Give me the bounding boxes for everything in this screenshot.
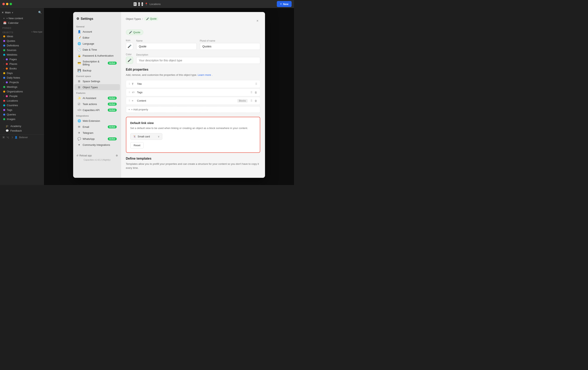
settings-item-space-settings[interactable]: ⊞ Space Settings bbox=[74, 78, 120, 84]
settings-item-email[interactable]: ✉ Email Active bbox=[74, 124, 120, 130]
reload-app-button[interactable]: ↺ Reload app bbox=[76, 154, 92, 157]
username-label: Believer bbox=[19, 136, 28, 139]
sidebar-item-images-label: Images bbox=[7, 118, 15, 120]
dlv-reset-button[interactable]: Reset bbox=[130, 142, 144, 148]
tags-drag-handle-icon[interactable]: ⠿ bbox=[128, 91, 130, 94]
sources-dot-icon bbox=[3, 49, 5, 51]
sidebar-item-definitions[interactable]: Definitions bbox=[1, 43, 43, 48]
object-types-icon: ⊞ bbox=[78, 86, 81, 89]
color-picker-button[interactable]: 🎤 bbox=[126, 57, 133, 64]
sidebar-item-projects[interactable]: › Projects bbox=[1, 80, 43, 85]
sidebar-item-academy[interactable]: 🎓 Academy bbox=[3, 124, 41, 128]
sidebar-item-ideas[interactable]: Ideas bbox=[1, 34, 43, 39]
sidebar-item-countries[interactable]: Countries bbox=[1, 103, 43, 108]
settings-item-community-integrations[interactable]: ✦ Community Integrations bbox=[74, 142, 120, 148]
email-active-badge: Active bbox=[108, 125, 116, 128]
settings-item-language[interactable]: 🌐 Language bbox=[74, 41, 120, 47]
pages-chevron-icon: › bbox=[3, 58, 4, 60]
settings-item-password[interactable]: 🔒 Password & Authentication bbox=[74, 53, 120, 59]
settings-item-editor[interactable]: 📝 Editor bbox=[74, 35, 120, 41]
tags-delete-btn[interactable]: 🗑 bbox=[254, 90, 258, 94]
content-drag-btn[interactable]: ⠿ bbox=[250, 99, 253, 103]
sidebar-item-definitions-label: Definitions bbox=[7, 44, 19, 47]
sidebar-item-new-content[interactable]: + + New content bbox=[1, 16, 43, 21]
settings-gear-icon: ⚙ bbox=[76, 17, 79, 21]
account-icon: 👤 bbox=[78, 30, 81, 33]
modal-close-button[interactable]: × bbox=[255, 18, 260, 24]
sidebar-item-sources[interactable]: Sources bbox=[1, 48, 43, 52]
settings-item-subscription[interactable]: 💳 Subscription & Billing Active bbox=[74, 59, 120, 67]
sidebar-item-countries-label: Countries bbox=[7, 104, 18, 107]
sidebar-item-pages[interactable]: › Pages bbox=[1, 57, 43, 62]
object-type-badge-icon: 🎤 bbox=[129, 31, 132, 34]
settings-gear-footer-button[interactable]: ⚙ bbox=[116, 154, 118, 157]
cmd-icon: ⌘ bbox=[2, 136, 5, 139]
academy-icon: 🎓 bbox=[6, 125, 9, 128]
nav-back-button[interactable]: ‹ bbox=[138, 2, 140, 6]
breadcrumb: Object Types / 🎤 Quote bbox=[126, 17, 159, 21]
title-drag-btn[interactable]: ⠿ bbox=[255, 82, 258, 86]
books-chevron-icon: › bbox=[3, 67, 4, 70]
nav-forward-button[interactable]: › bbox=[141, 2, 143, 6]
settings-item-capacities-api[interactable]: </> Capacities API Active bbox=[74, 107, 120, 113]
settings-item-task-actions[interactable]: ☑ Task actions Active bbox=[74, 101, 120, 107]
sidebar-item-daily-notes[interactable]: Daily Notes bbox=[1, 76, 43, 80]
sidebar-item-weblinks[interactable]: Weblinks bbox=[1, 52, 43, 57]
search-button[interactable]: 🔍 bbox=[37, 11, 42, 14]
settings-item-object-types[interactable]: ⊞ Object Types bbox=[74, 84, 120, 90]
sidebar-item-days[interactable]: Days bbox=[1, 71, 43, 76]
icon-picker-button[interactable]: 🎤 bbox=[126, 43, 133, 50]
settings-item-telegram[interactable]: ✈ Telegram bbox=[74, 130, 120, 136]
sidebar-item-books[interactable]: › Books bbox=[1, 66, 43, 71]
edit-properties-desc: Add, remove, and customize the propertie… bbox=[126, 73, 260, 77]
add-property-button[interactable]: + + Add property bbox=[126, 106, 260, 113]
property-row-content: ⠿ ≡ Content Blocks ⠿ 🗑 bbox=[126, 97, 260, 105]
dlv-view-select[interactable]: 🃏 Small card ∨ bbox=[130, 133, 162, 140]
settings-item-whatsapp[interactable]: 💬 WhatsApp Active bbox=[74, 136, 120, 142]
settings-item-backup[interactable]: 💾 Backup bbox=[74, 67, 120, 73]
description-input[interactable] bbox=[136, 57, 260, 64]
location-icon: 📍 bbox=[145, 3, 148, 6]
main-layout: ✕ Main ∨ 🔍 + + New content 📅 Calendar Pi… bbox=[0, 8, 294, 185]
new-button[interactable]: + New bbox=[277, 1, 292, 7]
breadcrumb-root-link[interactable]: Object Types bbox=[126, 17, 141, 20]
whatsapp-icon: 💬 bbox=[78, 137, 81, 141]
maximize-traffic-light[interactable] bbox=[10, 3, 12, 5]
content-drag-handle-icon[interactable]: ⠿ bbox=[128, 99, 130, 102]
settings-item-datetime[interactable]: 🕐 Date & Time bbox=[74, 47, 120, 53]
images-dot-icon bbox=[3, 118, 5, 120]
content-delete-btn[interactable]: 🗑 bbox=[254, 99, 258, 103]
sidebar-item-organizations[interactable]: Organizations bbox=[1, 89, 43, 94]
sidebar-icons: 🔍 bbox=[37, 11, 42, 14]
sidebar-item-tags[interactable]: Tags bbox=[1, 108, 43, 112]
learn-more-link[interactable]: Learn more bbox=[198, 73, 211, 76]
name-input[interactable] bbox=[136, 43, 197, 50]
sidebar-bottom-section: 🎓 Academy 💬 Feedback bbox=[0, 123, 44, 134]
close-traffic-light[interactable] bbox=[2, 3, 5, 5]
sidebar-item-locations[interactable]: Locations bbox=[1, 98, 43, 103]
sidebar-item-feedback[interactable]: 💬 Feedback bbox=[3, 128, 41, 133]
sidebar-item-places[interactable]: › Places bbox=[1, 62, 43, 66]
sidebar-item-queries[interactable]: Queries bbox=[1, 112, 43, 117]
workspace-selector[interactable]: ✕ Main ∨ bbox=[2, 11, 13, 14]
settings-item-ai-assistant[interactable]: ✨ AI Assistant Active bbox=[74, 95, 120, 101]
telegram-label: Telegram bbox=[83, 131, 93, 134]
sidebar-item-quotes[interactable]: Quotes bbox=[1, 39, 43, 43]
sidebar-item-calendar[interactable]: 📅 Calendar bbox=[1, 21, 43, 25]
tags-drag-btn[interactable]: ⠿ bbox=[250, 90, 253, 94]
settings-item-account[interactable]: 👤 Account bbox=[74, 29, 120, 35]
telegram-icon: ✈ bbox=[78, 131, 81, 134]
icon-field-label: Icon bbox=[126, 39, 133, 42]
sidebar-toggle-button[interactable]: ☰ bbox=[133, 2, 136, 6]
new-type-btn[interactable]: + New type bbox=[32, 31, 42, 33]
password-icon: 🔒 bbox=[78, 54, 81, 57]
title-drag-handle-icon[interactable]: ⠿ bbox=[128, 83, 130, 85]
sidebar-item-images[interactable]: Images bbox=[1, 117, 43, 121]
sidebar-item-people[interactable]: › People bbox=[1, 94, 43, 98]
minimize-traffic-light[interactable] bbox=[6, 3, 8, 5]
settings-item-web-extension[interactable]: 🌐 Web Extension bbox=[74, 118, 120, 124]
plural-input[interactable] bbox=[200, 43, 260, 50]
capacities-api-icon: </> bbox=[78, 109, 81, 112]
sidebar-item-meetings[interactable]: Meetings bbox=[1, 85, 43, 89]
name-field-group: Name bbox=[136, 39, 197, 50]
